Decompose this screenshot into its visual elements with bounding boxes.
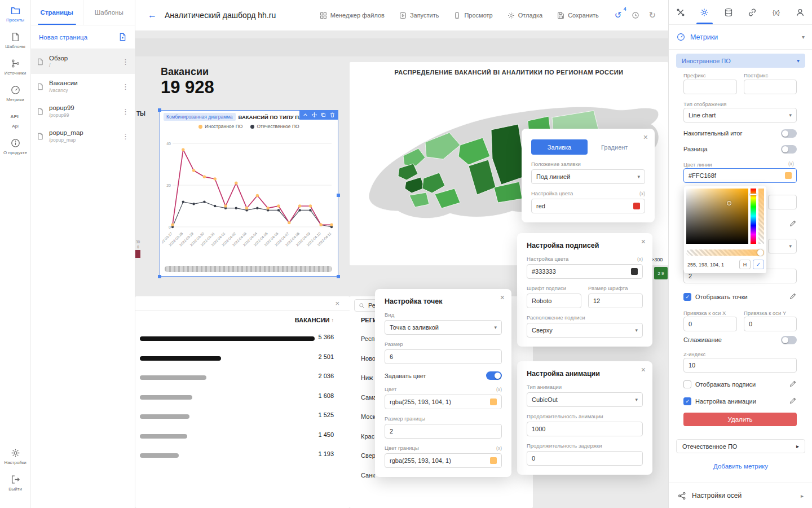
animation-checkbox[interactable] bbox=[683, 397, 691, 405]
rail-item-0[interactable]: Настройки bbox=[0, 448, 31, 465]
fill-position-select[interactable]: Под линией bbox=[531, 169, 645, 184]
label-color-input[interactable]: #333333 bbox=[527, 264, 643, 279]
data-tab[interactable] bbox=[717, 0, 740, 24]
rail-item-1[interactable]: Шаблоны bbox=[0, 32, 31, 49]
animation-delay-input[interactable]: 0 bbox=[527, 451, 643, 466]
resize-handle[interactable] bbox=[337, 275, 340, 278]
confirm-color-button[interactable] bbox=[753, 260, 764, 269]
tab-templates[interactable]: Шаблоны bbox=[83, 0, 135, 25]
cumulative-toggle[interactable] bbox=[781, 129, 797, 138]
user-tab[interactable] bbox=[788, 0, 812, 24]
kebab-menu-icon[interactable] bbox=[122, 58, 129, 66]
formula-tab[interactable] bbox=[764, 0, 788, 24]
close-icon[interactable] bbox=[641, 366, 646, 374]
hex-mode-button[interactable]: H bbox=[739, 260, 751, 269]
display-type-select[interactable]: Line chart bbox=[683, 108, 797, 122]
hidden-select-fragment[interactable] bbox=[768, 239, 797, 253]
smoothing-toggle[interactable] bbox=[781, 336, 797, 344]
border-size-input[interactable]: 2 bbox=[385, 424, 502, 439]
difference-toggle[interactable] bbox=[781, 145, 797, 154]
move-icon[interactable] bbox=[311, 112, 317, 118]
region-row[interactable]: Моск bbox=[361, 407, 377, 427]
metrics-section-header[interactable]: Метрики bbox=[669, 25, 812, 50]
copy-icon[interactable] bbox=[320, 112, 326, 118]
hue-slider[interactable] bbox=[751, 189, 756, 244]
hidden-input-fragment[interactable] bbox=[768, 195, 797, 209]
close-icon[interactable] bbox=[641, 238, 646, 246]
fill-tab-button[interactable]: Заливка bbox=[531, 139, 588, 155]
animation-type-select[interactable]: CubicOut bbox=[527, 392, 643, 407]
close-icon[interactable] bbox=[500, 294, 505, 301]
line-color-input[interactable]: #FFC168f bbox=[683, 168, 797, 183]
toolbar-run-button[interactable]: Запустить bbox=[399, 12, 439, 19]
chart-widget[interactable]: Комбинированная диаграмма ВАКАНСИЙ ПО ТИ… bbox=[160, 110, 338, 277]
tools-tab[interactable] bbox=[669, 0, 692, 24]
region-row[interactable]: Свер bbox=[361, 446, 377, 466]
table-row[interactable]: 1 525 bbox=[135, 407, 350, 427]
points-edit-icon[interactable] bbox=[789, 292, 797, 300]
undo-button[interactable]: 4 bbox=[615, 10, 622, 20]
fill-color-input[interactable]: red bbox=[531, 199, 645, 213]
metric-card-domestic[interactable]: Отечественное ПО bbox=[676, 439, 805, 453]
gradient-tab-button[interactable]: Градиент bbox=[601, 144, 628, 151]
axes-settings-section[interactable]: Настройки осей bbox=[669, 483, 812, 508]
table-row[interactable]: 1 193 bbox=[135, 446, 350, 466]
table-row[interactable]: 2 036 bbox=[135, 368, 350, 388]
zindex-input[interactable]: 10 bbox=[683, 358, 797, 373]
page-item-0[interactable]: Обзор/ bbox=[31, 49, 135, 74]
table-row[interactable]: 5 366 bbox=[135, 329, 350, 349]
prefix-input[interactable] bbox=[683, 80, 737, 94]
toolbar-preview-button[interactable]: Просмотр bbox=[453, 12, 492, 19]
toolbar-save-button[interactable]: Сохранить bbox=[557, 12, 599, 19]
table-row[interactable]: 1 608 bbox=[135, 388, 350, 408]
rail-item-4[interactable]: Api bbox=[0, 112, 31, 129]
point-size-input[interactable]: 6 bbox=[385, 349, 502, 364]
redo-button[interactable] bbox=[648, 10, 656, 20]
alpha-slider[interactable] bbox=[758, 189, 764, 244]
delete-metric-button[interactable]: Удалить bbox=[683, 413, 797, 426]
table-row[interactable]: 1 450 bbox=[135, 427, 350, 446]
page-item-3[interactable]: popup_map/popup_map bbox=[31, 124, 135, 148]
resize-handle[interactable] bbox=[337, 194, 340, 197]
animation-duration-input[interactable]: 1000 bbox=[527, 422, 643, 436]
region-row[interactable]: Крас bbox=[361, 427, 377, 446]
kebab-menu-icon[interactable] bbox=[122, 82, 129, 91]
saturation-area[interactable] bbox=[686, 189, 748, 244]
saturation-cursor[interactable] bbox=[727, 201, 731, 205]
region-row[interactable]: Сама bbox=[361, 388, 377, 408]
labels-edit-icon[interactable] bbox=[789, 380, 797, 388]
label-size-input[interactable]: 12 bbox=[588, 294, 643, 308]
page-item-2[interactable]: popup99/popup99 bbox=[31, 99, 135, 124]
alpha-bar[interactable] bbox=[686, 249, 764, 256]
table-row[interactable]: 2 501 bbox=[135, 349, 350, 369]
tab-pages[interactable]: Страницы bbox=[31, 0, 83, 25]
clear-filter-icon[interactable] bbox=[335, 299, 339, 308]
rail-item-3[interactable]: Метрики bbox=[0, 85, 31, 102]
toolbar-file-manager-button[interactable]: Менеджер файлов bbox=[320, 12, 385, 19]
history-button[interactable] bbox=[632, 11, 639, 19]
animation-edit-icon[interactable] bbox=[789, 397, 797, 405]
rail-item-0[interactable]: Проекты bbox=[0, 6, 31, 23]
show-labels-checkbox[interactable] bbox=[683, 380, 691, 388]
settings-tab[interactable] bbox=[692, 0, 716, 24]
set-color-toggle[interactable] bbox=[486, 371, 502, 380]
rail-item-1[interactable]: Выйти bbox=[0, 475, 31, 492]
axis-y-input[interactable]: 0 bbox=[744, 317, 797, 331]
point-color-input[interactable]: rgba(255, 193, 104, 1) bbox=[385, 395, 502, 409]
region-row[interactable]: Ниж bbox=[361, 368, 377, 388]
point-kind-select[interactable]: Точка с заливкой bbox=[385, 320, 502, 335]
hue-knob[interactable] bbox=[750, 194, 757, 195]
region-row[interactable]: Ново bbox=[361, 349, 377, 369]
rail-item-5[interactable]: О продукте bbox=[0, 138, 31, 155]
kebab-menu-icon[interactable] bbox=[122, 107, 129, 116]
kebab-menu-icon[interactable] bbox=[122, 132, 129, 141]
rail-item-2[interactable]: Источники bbox=[0, 59, 31, 76]
collapse-icon[interactable] bbox=[302, 112, 308, 118]
table-column-header[interactable]: ВАКАНСИИ bbox=[295, 317, 334, 323]
toolbar-debug-button[interactable]: Отладка bbox=[508, 12, 542, 19]
region-row[interactable]: Санк bbox=[361, 466, 377, 485]
edit-pencil-icon[interactable] bbox=[789, 220, 797, 227]
new-page-button[interactable]: Новая страница bbox=[31, 25, 135, 49]
resize-handle[interactable] bbox=[158, 108, 161, 112]
axis-x-input[interactable]: 0 bbox=[683, 317, 737, 331]
